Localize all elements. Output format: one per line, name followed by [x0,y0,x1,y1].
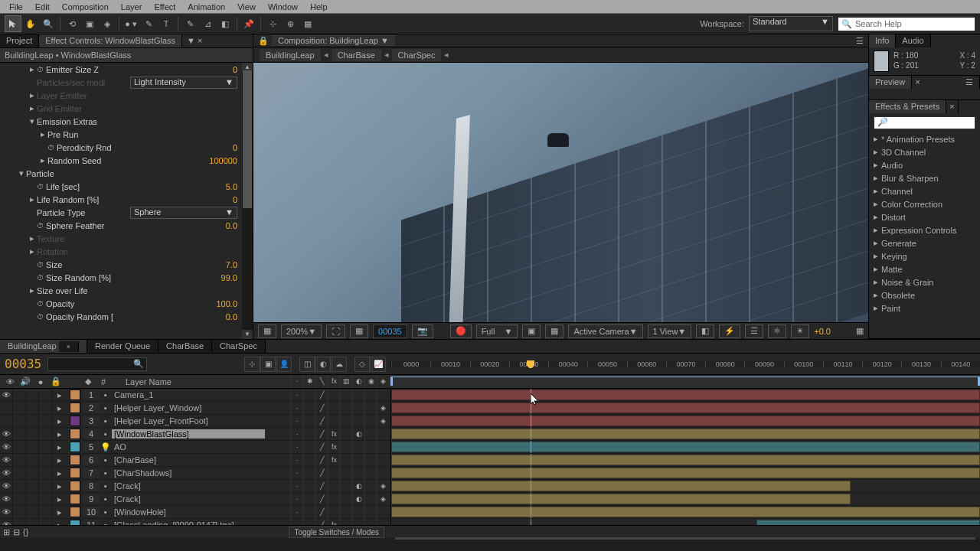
twirl-icon[interactable]: ▸ [874,160,881,170]
flowchart-icon[interactable]: ⚛ [768,324,786,338]
eye-icon[interactable]: 👁 [0,441,13,454]
comp-chain-item[interactable]: CharBase [332,49,381,61]
tab-info[interactable]: Info [869,34,896,47]
scrollbar-thumb[interactable] [243,70,252,208]
twirl-icon[interactable]: ▸ [52,481,67,491]
layer-switch[interactable]: · [291,441,303,454]
preset-category[interactable]: ▸ Audio [869,158,980,171]
twirl-icon[interactable]: ▾ [28,116,37,126]
effect-property-row[interactable]: ▸Life Random [%]0 [0,193,253,206]
layer-switch[interactable] [377,441,389,454]
menu-layer[interactable]: Layer [115,1,149,13]
twirl-icon[interactable]: ▸ [52,455,67,465]
eye-icon[interactable]: 👁 [0,467,13,480]
twirl-icon[interactable]: ▸ [28,90,37,100]
safe-zones-icon[interactable]: ▣ [522,324,541,338]
twirl-icon[interactable]: ▸ [874,134,881,144]
preset-category[interactable]: ▸ Noise & Grain [869,276,980,289]
layer-duration-bar[interactable] [391,442,980,452]
effect-property-row[interactable]: ⏱Sphere Feather0.0 [0,219,253,232]
layer-switch[interactable] [303,519,315,526]
switch-collapse-icon[interactable]: ✱ [303,375,315,388]
current-time[interactable]: 00035 [5,357,41,371]
zoom-select[interactable]: 200% ▼ [281,324,322,338]
property-value[interactable]: 0 [233,143,237,152]
layer-switch[interactable]: · [291,402,303,415]
layer-switch[interactable] [328,415,340,428]
layer-row[interactable]: ▸2▪[Helper Layer_Window]·╱◈ [0,402,980,415]
layer-row[interactable]: 👁▸11▪[GlassLanding_[0090-0147].tga]·╱fx [0,519,980,525]
twirl-icon[interactable]: ▸ [52,390,67,400]
viewer-menu-icon[interactable]: ▦ [856,326,864,336]
stopwatch-icon[interactable]: ⏱ [37,261,46,269]
property-value[interactable]: 0 [233,65,237,74]
layer-switch[interactable] [303,454,315,467]
preset-category[interactable]: ▸ Blur & Sharpen [869,171,980,184]
layer-switch[interactable]: · [291,480,303,493]
audio-icon[interactable] [13,467,26,480]
layer-color-label[interactable] [70,455,80,465]
property-value[interactable]: 100.0 [216,299,237,308]
effect-property-row[interactable]: ⏱Opacity100.0 [0,297,253,310]
layer-switch[interactable] [377,389,389,402]
layer-switch[interactable]: ╱ [315,441,328,454]
preset-category[interactable]: ▸ Expression Controls [869,223,980,236]
effect-property-row[interactable]: Particles/sec modiLight Intensity▼ [0,76,253,89]
audio-icon[interactable] [13,441,26,454]
twirl-icon[interactable]: ▸ [874,264,881,274]
solo-icon[interactable] [26,428,39,441]
stopwatch-icon[interactable]: ⏱ [37,222,46,230]
layer-switch[interactable] [352,467,364,480]
layer-color-label[interactable] [70,494,80,504]
layer-switch[interactable] [303,480,315,493]
snapshot-icon[interactable]: 📷 [412,324,433,338]
layer-switch[interactable] [340,454,352,467]
menu-window[interactable]: Window [262,1,304,13]
layer-name[interactable]: [Helper Layer_Window] [112,403,265,412]
timeline-icon[interactable]: ☰ [745,324,763,338]
layer-switch[interactable] [328,402,340,415]
layer-switch[interactable] [303,493,315,506]
layer-duration-bar[interactable] [391,507,980,517]
twirl-icon[interactable]: ▸ [52,507,67,517]
zoom-tool[interactable]: 🔍 [40,15,57,32]
lock-icon[interactable] [39,389,52,402]
layer-switch[interactable] [328,493,340,506]
layer-switch[interactable]: ◈ [377,415,389,428]
lock-icon[interactable] [39,480,52,493]
preset-category[interactable]: ▸ Paint [869,302,980,315]
reset-exposure-icon[interactable]: ☀ [791,324,809,338]
solo-icon[interactable] [26,402,39,415]
effect-property-row[interactable]: ▸Random Seed100000 [0,154,253,167]
twirl-icon[interactable]: ▸ [52,494,67,504]
solo-icon[interactable] [26,454,39,467]
layer-switch[interactable]: ╱ [315,480,328,493]
twirl-icon[interactable]: ▸ [874,147,881,157]
layer-row[interactable]: 👁▸6▪[CharBase]·╱fx [0,454,980,467]
effect-property-row[interactable]: ▸Rotation [0,245,253,258]
layer-name[interactable]: [Helper Layer_FrontFoot] [112,416,265,425]
layer-switch[interactable] [377,428,389,441]
eye-icon[interactable] [0,415,13,428]
switch-quality-icon[interactable]: ╲ [315,375,328,388]
puppet-tool[interactable]: 📌 [240,15,257,32]
layer-switch[interactable]: · [291,467,303,480]
layer-switch[interactable]: ╱ [315,493,328,506]
lock-icon[interactable] [39,402,52,415]
layer-switch[interactable] [377,467,389,480]
lock-icon[interactable] [39,506,52,519]
solo-icon[interactable] [26,480,39,493]
effect-property-row[interactable]: ⏱Size7.0 [0,258,253,271]
effect-property-row[interactable]: ▸Pre Run [0,128,253,141]
preset-category[interactable]: ▸ Generate [869,236,980,249]
twirl-icon[interactable]: ▸ [28,103,37,113]
layer-switch[interactable] [377,519,389,526]
layer-name[interactable]: [Crack] [112,481,265,491]
lock-icon[interactable] [39,519,52,526]
layer-row[interactable]: 👁▸1▪Camera_1·╱ [0,389,980,402]
layer-switch[interactable] [364,402,377,415]
solo-column-icon[interactable]: ● [34,377,47,386]
layer-switch[interactable] [364,454,377,467]
layer-switch[interactable] [364,389,377,402]
audio-icon[interactable] [13,402,26,415]
